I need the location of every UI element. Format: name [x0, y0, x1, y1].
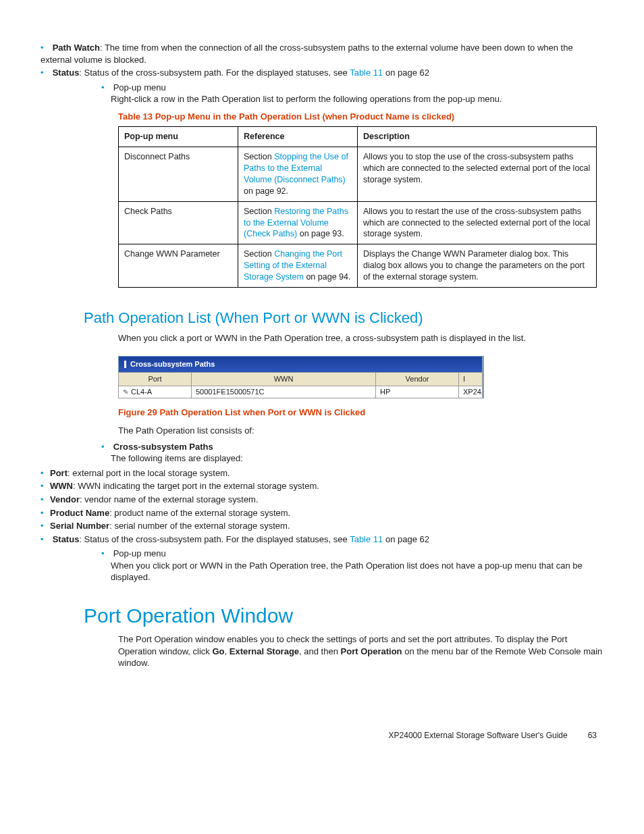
col-header: Reference — [238, 127, 358, 147]
panel-title: Cross-subsystem Paths — [118, 356, 483, 372]
text: Right-click a row in the Path Operation … — [111, 93, 603, 105]
cell: Disconnect Paths — [119, 147, 238, 202]
list-item: Pop-up menu When you click port or WWN i… — [101, 548, 603, 583]
cell: Section Restoring the Paths to the Exter… — [238, 201, 358, 244]
cell-last: XP24 — [459, 386, 482, 398]
list-item: Pop-up menu Right-click a row in the Pat… — [101, 82, 603, 105]
label: Pop-up menu — [113, 82, 166, 93]
cell: Change WWN Parameter — [119, 244, 238, 288]
list-item: Serial Number: serial number of the exte… — [41, 520, 603, 532]
cell-vendor: HP — [376, 386, 459, 398]
table-row: Disconnect Paths Section Stopping the Us… — [119, 147, 597, 202]
table-13: Pop-up menu Reference Description Discon… — [118, 126, 597, 288]
list-item: Vendor: vendor name of the external stor… — [41, 494, 603, 506]
cell: Allows you to restart the use of the cro… — [358, 201, 597, 244]
list-item: WWN: WWN indicating the target port in t… — [41, 480, 603, 492]
col-last[interactable]: I — [459, 373, 482, 386]
text: on page 62 — [383, 68, 429, 78]
label: Cross-subsystem Paths — [113, 442, 213, 452]
col-header: Description — [358, 127, 597, 147]
text: When you click port or WWN in the Path O… — [111, 560, 603, 583]
cell: Allows you to stop the use of the cross-… — [358, 147, 597, 202]
table-11-link[interactable]: Table 11 — [350, 534, 383, 544]
table-row: Check Paths Section Restoring the Paths … — [119, 201, 597, 244]
intro-text: When you click a port or WWN in the Path… — [118, 332, 603, 344]
table-13-caption: Table 13 Pop-up Menu in the Path Operati… — [118, 111, 603, 123]
popup-bullet: Pop-up menu When you click port or WWN i… — [101, 548, 603, 583]
csp-bullet: Cross-subsystem Paths The following item… — [101, 441, 603, 465]
top-bullet-list: Path Watch: The time from when the conne… — [41, 42, 603, 79]
table-row: Change WWN Parameter Section Changing th… — [119, 244, 597, 288]
col-port[interactable]: Port — [119, 373, 192, 386]
popup-menu-bullet: Pop-up menu Right-click a row in the Pat… — [101, 82, 603, 105]
cell-port: ✎CL4-A — [119, 386, 192, 398]
table-11-link[interactable]: Table 11 — [350, 68, 383, 78]
list-item: Product Name: product name of the extern… — [41, 507, 603, 519]
list-item: Cross-subsystem Paths The following item… — [101, 441, 603, 465]
page-footer: XP24000 External Storage Software User's… — [41, 730, 603, 741]
port-op-text: The Port Operation window enables you to… — [118, 633, 603, 669]
table-row[interactable]: ✎CL4-A 50001FE15000571C HP XP24 — [118, 386, 483, 398]
cell: Section Changing the Port Setting of the… — [238, 244, 358, 288]
cell: Check Paths — [119, 201, 238, 244]
sort-asc-icon[interactable] — [481, 390, 482, 394]
list-item: Path Watch: The time from when the conne… — [41, 42, 603, 66]
text: : Status of the cross-subsystem path. Fo… — [79, 68, 350, 78]
label: Path Watch — [53, 43, 100, 53]
list-item: Status: Status of the cross-subsystem pa… — [41, 533, 603, 546]
table-header-row: Pop-up menu Reference Description — [119, 127, 597, 147]
text: : The time from when the connection of a… — [41, 43, 573, 65]
col-wwn[interactable]: WWN — [192, 373, 376, 386]
csp-items-list: Port: external port in the local storage… — [41, 467, 603, 545]
col-vendor[interactable]: Vendor — [376, 373, 459, 386]
label: Status — [53, 68, 80, 78]
cell: Displays the Change WWN Parameter dialog… — [358, 244, 597, 288]
port-operation-window-heading: Port Operation Window — [84, 602, 603, 630]
cell: Section Stopping the Use of Paths to the… — [238, 147, 358, 202]
doc-title: XP24000 External Storage Software User's… — [389, 731, 568, 740]
table-header: Port WWN Vendor I — [118, 372, 483, 386]
figure-29-screenshot: Cross-subsystem Paths Port WWN Vendor I … — [118, 356, 484, 398]
list-item: Port: external port in the local storage… — [41, 467, 603, 479]
page-number: 63 — [570, 730, 597, 741]
figure-29-caption: Figure 29 Path Operation List when Port … — [118, 407, 603, 419]
text: The Path Operation list consists of: — [118, 425, 603, 437]
label: Pop-up menu — [113, 548, 166, 558]
text: The following items are displayed: — [111, 452, 603, 465]
port-icon: ✎ — [123, 388, 128, 396]
list-item: Status: Status of the cross-subsystem pa… — [41, 67, 603, 79]
cell-wwn: 50001FE15000571C — [192, 386, 376, 398]
path-operation-list-heading: Path Operation List (When Port or WWN is… — [84, 308, 603, 328]
col-header: Pop-up menu — [119, 127, 238, 147]
